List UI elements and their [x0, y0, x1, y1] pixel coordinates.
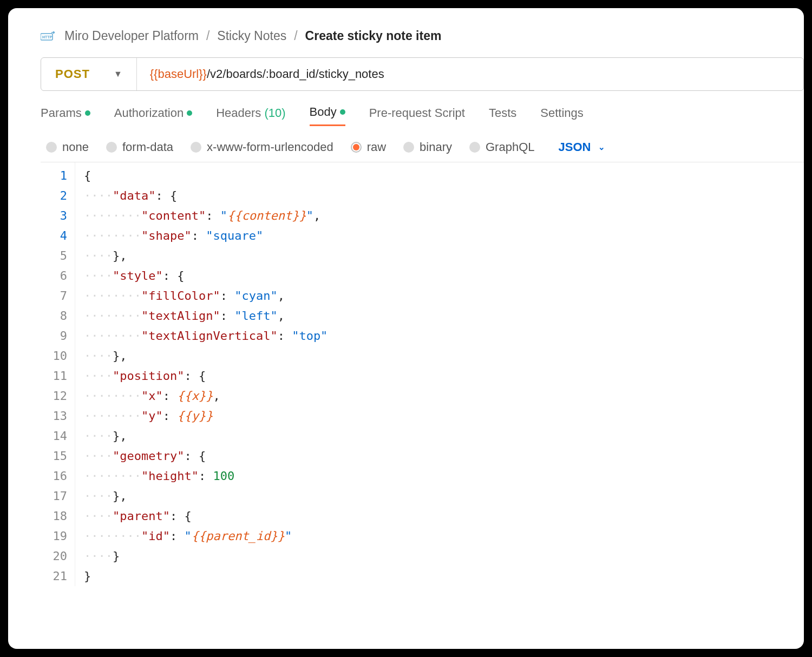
body-format-select[interactable]: JSON ⌄: [559, 140, 606, 154]
body-type-urlencoded-label: x-www-form-urlencoded: [207, 140, 333, 154]
line-number: 17: [41, 486, 67, 506]
line-number: 4: [41, 226, 67, 246]
chevron-down-icon: ▼: [114, 69, 122, 79]
code-line[interactable]: ········"height": 100: [84, 466, 328, 486]
code-editor[interactable]: 123456789101112131415161718192021 {····"…: [41, 162, 804, 586]
line-number: 16: [41, 466, 67, 486]
tab-body-label: Body: [310, 105, 337, 119]
line-number: 2: [41, 186, 67, 206]
status-dot-icon: [187, 110, 192, 116]
code-line[interactable]: ········"textAlign": "left",: [84, 306, 328, 326]
tab-tests-label: Tests: [489, 106, 516, 120]
code-line[interactable]: ····},: [84, 246, 328, 266]
line-number: 20: [41, 546, 67, 566]
tab-tests[interactable]: Tests: [489, 105, 516, 126]
code-body[interactable]: {····"data": {········"content": "{{cont…: [75, 162, 328, 586]
line-number: 7: [41, 286, 67, 306]
url-input[interactable]: {{baseUrl}}/v2/boards/:board_id/sticky_n…: [137, 67, 803, 81]
line-number: 1: [41, 166, 67, 186]
line-number: 3: [41, 206, 67, 226]
code-line[interactable]: ········"fillColor": "cyan",: [84, 286, 328, 306]
tab-headers[interactable]: Headers (10): [216, 105, 285, 126]
method-select[interactable]: POST ▼: [41, 58, 137, 90]
code-line[interactable]: ····}: [84, 546, 328, 566]
code-line[interactable]: ····"geometry": {: [84, 446, 328, 466]
body-type-urlencoded[interactable]: x-www-form-urlencoded: [191, 140, 333, 154]
line-number: 6: [41, 266, 67, 286]
code-line[interactable]: ····"style": {: [84, 266, 328, 286]
tab-params-label: Params: [41, 106, 82, 120]
body-type-raw-label: raw: [367, 140, 386, 154]
line-number: 21: [41, 566, 67, 586]
line-number: 11: [41, 366, 67, 386]
code-line[interactable]: ········"x": {{x}},: [84, 386, 328, 406]
gutter: 123456789101112131415161718192021: [41, 162, 75, 586]
body-type-none-label: none: [62, 140, 89, 154]
radio-selected-icon: [351, 142, 362, 153]
radio-icon: [46, 142, 57, 153]
code-line[interactable]: ····},: [84, 426, 328, 446]
body-type-graphql[interactable]: GraphQL: [469, 140, 535, 154]
tab-params[interactable]: Params: [41, 105, 90, 126]
url-path: /v2/boards/:board_id/sticky_notes: [207, 67, 384, 81]
body-type-graphql-label: GraphQL: [486, 140, 535, 154]
tab-body[interactable]: Body: [310, 105, 345, 126]
line-number: 14: [41, 426, 67, 446]
code-line[interactable]: ····"data": {: [84, 186, 328, 206]
tab-headers-count: (10): [264, 106, 285, 120]
radio-icon: [469, 142, 480, 153]
chevron-down-icon: ⌄: [598, 142, 605, 152]
url-variable: {{baseUrl}}: [150, 67, 207, 81]
line-number: 15: [41, 446, 67, 466]
code-line[interactable]: }: [84, 566, 328, 586]
code-line[interactable]: ········"textAlignVertical": "top": [84, 326, 328, 346]
line-number: 5: [41, 246, 67, 266]
code-line[interactable]: ····"parent": {: [84, 506, 328, 526]
tab-prerequest[interactable]: Pre-request Script: [369, 105, 465, 126]
svg-text:HTTP: HTTP: [42, 35, 53, 39]
code-line[interactable]: ········"content": "{{content}}",: [84, 206, 328, 226]
http-icon: HTTP: [41, 31, 55, 42]
body-type-row: none form-data x-www-form-urlencoded raw…: [41, 140, 804, 154]
tab-prerequest-label: Pre-request Script: [369, 106, 465, 120]
body-type-binary[interactable]: binary: [403, 140, 452, 154]
body-type-formdata-label: form-data: [122, 140, 173, 154]
line-number: 8: [41, 306, 67, 326]
code-line[interactable]: ········"shape": "square": [84, 226, 328, 246]
method-label: POST: [55, 67, 90, 81]
tab-authorization[interactable]: Authorization: [114, 105, 192, 126]
code-line[interactable]: {: [84, 166, 328, 186]
line-number: 12: [41, 386, 67, 406]
body-format-label: JSON: [559, 140, 591, 154]
body-type-none[interactable]: none: [46, 140, 89, 154]
line-number: 18: [41, 506, 67, 526]
line-number: 9: [41, 326, 67, 346]
line-number: 10: [41, 346, 67, 366]
breadcrumb-segment-1[interactable]: Sticky Notes: [217, 29, 286, 43]
code-line[interactable]: ····},: [84, 486, 328, 506]
postman-window: HTTP Miro Developer Platform / Sticky No…: [8, 8, 804, 649]
line-number: 13: [41, 406, 67, 426]
code-line[interactable]: ····"position": {: [84, 366, 328, 386]
body-type-binary-label: binary: [420, 140, 452, 154]
request-tabs: Params Authorization Headers (10) Body P…: [41, 105, 804, 126]
breadcrumb: HTTP Miro Developer Platform / Sticky No…: [41, 29, 804, 43]
code-line[interactable]: ····},: [84, 346, 328, 366]
tab-headers-label: Headers: [216, 106, 261, 120]
breadcrumb-current: Create sticky note item: [305, 29, 442, 43]
tab-settings[interactable]: Settings: [540, 105, 584, 126]
line-number: 19: [41, 526, 67, 546]
body-type-formdata[interactable]: form-data: [106, 140, 173, 154]
status-dot-icon: [340, 109, 345, 115]
breadcrumb-separator: /: [294, 29, 297, 43]
tab-auth-label: Authorization: [114, 106, 184, 120]
body-type-raw[interactable]: raw: [351, 140, 386, 154]
request-url-bar: POST ▼ {{baseUrl}}/v2/boards/:board_id/s…: [41, 57, 804, 91]
code-line[interactable]: ········"id": "{{parent_id}}": [84, 526, 328, 546]
tab-settings-label: Settings: [540, 106, 584, 120]
radio-icon: [403, 142, 414, 153]
status-dot-icon: [85, 110, 90, 116]
radio-icon: [106, 142, 117, 153]
code-line[interactable]: ········"y": {{y}}: [84, 406, 328, 426]
breadcrumb-segment-0[interactable]: Miro Developer Platform: [64, 29, 199, 43]
